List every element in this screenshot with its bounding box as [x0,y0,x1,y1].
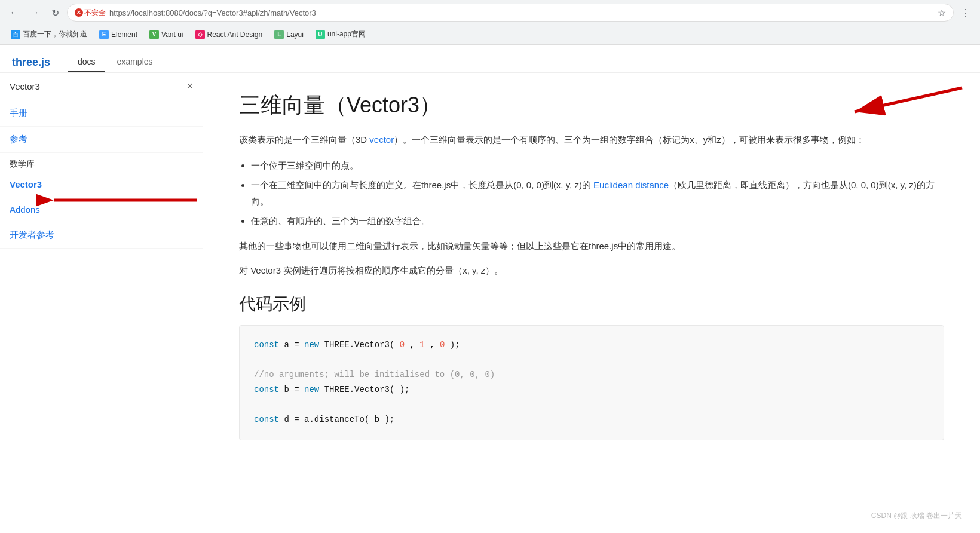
code-block: const a = new THREE.Vector3( 0 , 1 , 0 )… [239,325,944,440]
code-line-comment: //no arguments; will be initialised to (… [254,367,929,382]
content-area: 三维向量（Vector3） 该类表示的是一个三维向量（3D vector）。一个… [203,73,980,514]
code-section-title: 代码示例 [239,293,944,315]
bookmark-baidu[interactable]: 百百度一下，你就知道 [6,27,92,41]
insecure-badge: ✕ 不安全 [75,8,106,18]
sidebar-item-dev-reference[interactable]: 开发者参考 [0,222,203,249]
description3: 对 Vector3 实例进行遍历将按相应的顺序生成它的分量（x, y, z）。 [239,263,944,278]
bookmark-react-antd[interactable]: ◇React Ant Design [191,28,268,41]
bookmark-uniapp[interactable]: Uuni-app官网 [311,27,370,41]
insecure-icon: ✕ [75,8,83,17]
menu-button[interactable]: ⋮ [957,4,974,21]
address-bar[interactable]: ✕ 不安全 https://localhost:8080/docs/?q=Vec… [67,4,954,22]
sidebar-item-math-section: 数学库 [0,153,203,172]
sidebar-search-header: Vector3 × [0,73,203,100]
bookmarks-bar: 百百度一下，你就知道EElementVVant ui◇React Ant Des… [0,25,980,44]
tab-examples[interactable]: examples [108,52,163,72]
browser-nav: ← → ↻ ✕ 不安全 https://localhost:8080/docs/… [0,0,980,25]
bullet-item-2: 一个在三维空间中的方向与长度的定义。在three.js中，长度总是从(0, 0,… [251,177,944,209]
star-button[interactable]: ☆ [938,7,946,19]
sidebar-item-reference[interactable]: 参考 [0,127,203,153]
sidebar-section: 手册参考数学库Vector3 Addons开发者参考 [0,100,203,249]
main-area: Vector3 × 手册参考数学库Vector3 Addons开发者参考 [0,73,980,514]
euclidean-link[interactable]: Euclidean distance [593,180,669,190]
bookmark-layui[interactable]: LLayui [270,28,308,41]
watermark: CSDN @跟 耿瑞 卷出一片天 [871,511,962,514]
sidebar-close-button[interactable]: × [186,80,193,93]
page-wrapper: three.js docsexamples Vector3 × 手册参考数学库V… [0,45,980,514]
tabs-bar: three.js docsexamples [0,45,980,73]
tab-docs[interactable]: docs [68,52,105,72]
sidebar-item-vector3[interactable]: Vector3 [0,172,203,197]
bookmark-element[interactable]: EElement [94,28,142,41]
bullet-item-3: 任意的、有顺序的、三个为一组的数字组合。 [251,213,944,229]
bullet-list: 一个位于三维空间中的点。 一个在三维空间中的方向与长度的定义。在three.js… [251,157,944,229]
address-url: https://localhost:8080/docs/?q=Vector3#a… [109,8,316,17]
back-button[interactable]: ← [6,4,23,21]
insecure-label: 不安全 [84,8,106,18]
sidebar-search-title: Vector3 [10,81,40,91]
code-line-2: const b = new THREE.Vector3( ); [254,382,929,397]
sidebar: Vector3 × 手册参考数学库Vector3 Addons开发者参考 [0,73,203,514]
code-line-3: const d = a.distanceTo( b ); [254,412,929,427]
bullet-item-1: 一个位于三维空间中的点。 [251,157,944,173]
description2: 其他的一些事物也可以使用二维向量进行表示，比如说动量矢量等等；但以上这些是它在t… [239,238,944,254]
vector-link[interactable]: vector [369,134,394,145]
page-title: 三维向量（Vector3） [239,91,944,120]
sidebar-item-addons[interactable]: Addons [0,197,203,222]
browser-chrome: ← → ↻ ✕ 不安全 https://localhost:8080/docs/… [0,0,980,45]
sidebar-item-manual[interactable]: 手册 [0,100,203,127]
reload-button[interactable]: ↻ [47,4,63,21]
site-logo[interactable]: three.js [12,56,50,69]
forward-button[interactable]: → [26,4,43,21]
code-line-1: const a = new THREE.Vector3( 0 , 1 , 0 )… [254,338,929,353]
bookmark-vantui[interactable]: VVant ui [145,28,188,41]
description1: 该类表示的是一个三维向量（3D vector）。一个三维向量表示的是一个有顺序的… [239,132,944,148]
